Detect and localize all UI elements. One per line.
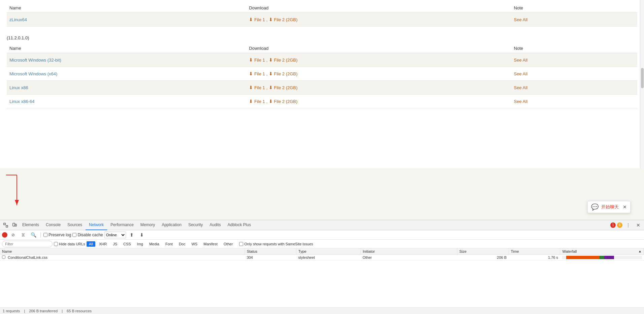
table-row: Linux x86-64 ⬇ File 1 , ⬇ File 2 (2GB) S…: [7, 95, 637, 108]
download-table-main: Name Download Note Microsoft Windows (32…: [7, 44, 637, 108]
file1-link-winx64[interactable]: File 1: [254, 71, 265, 76]
sep: ,: [266, 99, 268, 104]
file-size-zlinux: (2GB): [286, 17, 298, 22]
row-name-zlinux: zLinux64: [7, 13, 246, 27]
col-header-note-1: Note: [511, 3, 637, 13]
row-note-winx64[interactable]: See All: [511, 67, 637, 81]
file2-link-linuxx8664[interactable]: File 2: [274, 99, 285, 104]
file2-link-win32[interactable]: File 2: [274, 58, 285, 63]
row-download-linuxx8664[interactable]: ⬇ File 1 , ⬇ File 2 (2GB): [246, 95, 511, 108]
see-all-zlinux[interactable]: See All: [514, 17, 527, 22]
download-icon: ⬇: [249, 99, 253, 104]
col-header-download-1: Download: [246, 3, 511, 13]
row-name-win32: Microsoft Windows (32-bit): [7, 53, 246, 67]
row-download-zlinux[interactable]: ⬇ File 1 , ⬇ File 2 (2GB): [246, 13, 511, 27]
row-note-win32[interactable]: See All: [511, 53, 637, 67]
right-scrollbar[interactable]: [640, 0, 644, 168]
main-content: Name Download Note zLinux64 ⬇ File 1 , ⬇…: [0, 0, 644, 168]
file2-link-zlinux[interactable]: File 2: [274, 17, 285, 22]
see-all-winx64[interactable]: See All: [514, 71, 527, 76]
download-icon: ⬇: [249, 85, 253, 90]
version-header: (11.2.0.1.0): [7, 33, 637, 44]
download-icon: ⬇: [249, 71, 253, 76]
download-table-zlinux: Name Download Note zLinux64 ⬇ File 1 , ⬇…: [7, 3, 637, 27]
file2-link-linuxx86[interactable]: File 2: [274, 85, 285, 90]
row-name-winx64: Microsoft Windows (x64): [7, 67, 246, 81]
file1-link-win32[interactable]: File 1: [254, 58, 265, 63]
row-name-linuxx8664: Linux x86-64: [7, 95, 246, 108]
size-linuxx86: (2GB): [286, 85, 298, 90]
col-header-note-2: Note: [511, 44, 637, 53]
table-row: Microsoft Windows (32-bit) ⬇ File 1 , ⬇ …: [7, 53, 637, 67]
row-download-win32[interactable]: ⬇ File 1 , ⬇ File 2 (2GB): [246, 53, 511, 67]
col-header-name-2: Name: [7, 44, 246, 53]
see-all-linuxx86[interactable]: See All: [514, 85, 527, 90]
download-icon-2: ⬇: [269, 17, 273, 22]
sep: ,: [266, 85, 268, 90]
size-winx64: (2GB): [286, 71, 298, 76]
download-icon: ⬇: [269, 99, 273, 104]
download-icon-1: ⬇: [249, 17, 253, 22]
row-name-linuxx86: Linux x86: [7, 81, 246, 95]
file1-link-linuxx8664[interactable]: File 1: [254, 99, 265, 104]
row-download-linuxx86[interactable]: ⬇ File 1 , ⬇ File 2 (2GB): [246, 81, 511, 95]
download-icon: ⬇: [269, 57, 273, 63]
row-download-winx64[interactable]: ⬇ File 1 , ⬇ File 2 (2GB): [246, 67, 511, 81]
row-note-linuxx8664[interactable]: See All: [511, 95, 637, 108]
size-win32: (2GB): [286, 58, 298, 63]
separator: ,: [266, 17, 268, 22]
row-note-zlinux[interactable]: See All: [511, 13, 637, 27]
file2-link-winx64[interactable]: File 2: [274, 71, 285, 76]
see-all-win32[interactable]: See All: [514, 58, 527, 63]
file1-link-linuxx86[interactable]: File 1: [254, 85, 265, 90]
download-icon: ⬇: [249, 57, 253, 63]
download-icon: ⬇: [269, 85, 273, 90]
file1-link-zlinux[interactable]: File 1: [254, 17, 265, 22]
table-row: Microsoft Windows (x64) ⬇ File 1 , ⬇ Fil…: [7, 67, 637, 81]
sep: ,: [266, 71, 268, 76]
sep: ,: [266, 58, 268, 63]
table-row: Linux x86 ⬇ File 1 , ⬇ File 2 (2GB) See …: [7, 81, 637, 95]
size-linuxx8664: (2GB): [286, 99, 298, 104]
col-header-download-2: Download: [246, 44, 511, 53]
see-all-linuxx8664[interactable]: See All: [514, 99, 527, 104]
row-note-linuxx86[interactable]: See All: [511, 81, 637, 95]
scroll-thumb[interactable]: [641, 68, 644, 88]
download-icon: ⬇: [269, 71, 273, 76]
col-header-name-1: Name: [7, 3, 246, 13]
table-row: zLinux64 ⬇ File 1 , ⬇ File 2 (2GB) See A…: [7, 13, 637, 27]
